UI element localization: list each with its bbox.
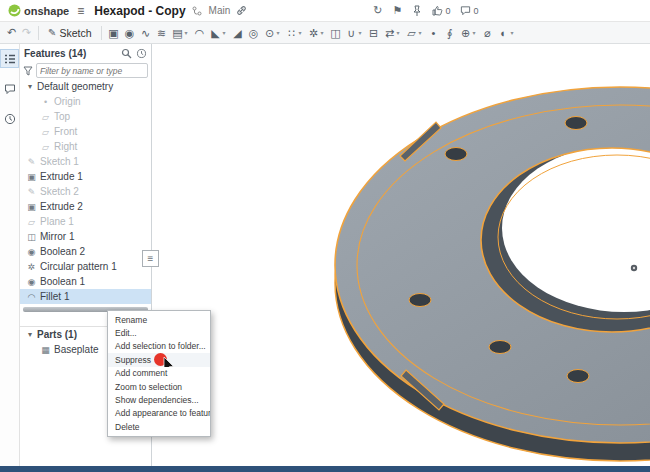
revolve-button[interactable]: ◉ [123,23,137,43]
menu-item-add-comment[interactable]: Add comment [108,367,210,380]
feature-item-boolean-1[interactable]: ◉ Boolean 1 [20,274,151,289]
tree-item-top-plane[interactable]: ▱ Top [20,109,151,124]
measure-icon: ⌀ [481,23,495,43]
bolt-hole[interactable] [445,148,467,161]
sync-button[interactable]: ↻ [373,4,382,17]
plane-button[interactable]: ▱▾ [405,23,425,43]
document-topbar: onshape ≡ Hexapod - Copy Main ↻ ⚑ [0,0,650,22]
mate-connector-button[interactable]: ⊕▾ [459,23,479,43]
hole-button[interactable]: ⊙▾ [263,23,283,43]
plane-dropdown-icon[interactable]: ▾ [419,29,425,36]
refresh-icon: ↻ [373,4,382,17]
menu-item-edit[interactable]: Edit... [108,326,210,339]
tree-item-front-plane[interactable]: ▱ Front [20,124,151,139]
left-icon-strip [0,44,20,466]
toolbar-separator [101,26,102,40]
document-title[interactable]: Hexapod - Copy [94,4,185,18]
feature-item-boolean-2[interactable]: ◉ Boolean 2 [20,244,151,259]
feature-item-extrude-1[interactable]: ▣ Extrude 1 [20,169,151,184]
measure-button[interactable]: ⌀ [481,23,495,43]
appearance-button[interactable]: ◐▾ [497,23,517,43]
linear-pattern-dropdown-icon[interactable]: ▾ [299,29,305,36]
search-icon[interactable] [121,48,132,59]
point-button[interactable]: • [427,23,441,43]
workspace-label[interactable]: Main [209,5,231,16]
draft-button[interactable]: ◢ [231,23,245,43]
feature-item-mirror-1[interactable]: ◫ Mirror 1 [20,229,151,244]
like-button[interactable]: 0 [432,5,450,16]
tree-item-right-plane[interactable]: ▱ Right [20,139,151,154]
3d-viewport[interactable] [152,44,650,466]
extrude-button[interactable]: ▣ [107,23,121,43]
circular-pattern-icon: ✲ [307,23,321,43]
feature-filter-input[interactable] [36,63,148,78]
fillet-icon: ◠ [26,292,37,302]
draft-icon: ◢ [231,23,245,43]
history-panel-button[interactable] [1,110,18,127]
feature-item-sketch-1[interactable]: ✎ Sketch 1 [20,154,151,169]
menu-item-add-appearance-to-feature[interactable]: Add appearance to feature... [108,407,210,420]
feature-list-options-button[interactable]: ≡ [142,250,159,267]
bolt-hole[interactable] [567,370,589,383]
chevron-down-icon[interactable]: ▾ [26,330,34,339]
onshape-logo[interactable]: onshape [8,4,69,17]
chevron-down-icon[interactable]: ▾ [26,82,34,91]
comments-button[interactable]: 0 [460,5,478,16]
appearance-dropdown-icon[interactable]: ▾ [511,29,517,36]
feature-item-fillet-1[interactable]: ◠ Fillet 1 [20,289,151,304]
comments-panel-button[interactable] [1,80,18,97]
boolean-dropdown-icon[interactable]: ▾ [359,29,365,36]
sketch-button[interactable]: ✎ Sketch [44,26,96,40]
bolt-hole[interactable] [565,117,587,130]
sweep-button[interactable]: ∿ [139,23,153,43]
feature-item-circular-pattern-1[interactable]: ✲ Circular pattern 1 [20,259,151,274]
mirror-icon: ◫ [26,232,37,242]
menu-item-delete[interactable]: Delete [108,420,210,433]
menu-item-show-dependencies[interactable]: Show dependencies... [108,393,210,406]
link-icon[interactable] [236,5,247,16]
menu-item-suppress[interactable]: Suppress [108,353,210,366]
chamfer-button[interactable]: ◣▾ [209,23,229,43]
undo-button[interactable]: ↶ [5,26,18,39]
redo-button[interactable]: ↷ [20,26,33,39]
helix-button[interactable]: ∮ [443,23,457,43]
circular-pattern-button[interactable]: ✲▾ [307,23,327,43]
pin-button[interactable] [412,5,422,17]
boolean-button[interactable]: ∪▾ [345,23,365,43]
transform-button[interactable]: ⇄▾ [383,23,403,43]
menu-item-add-selection-to-folder[interactable]: Add selection to folder... [108,340,210,353]
bolt-hole[interactable] [489,341,511,354]
history-clock-icon[interactable] [136,48,147,59]
menu-item-zoom-to-selection[interactable]: Zoom to selection [108,380,210,393]
thicken-button[interactable]: ▤▾ [171,23,191,43]
mate-connector-dropdown-icon[interactable]: ▾ [473,29,479,36]
fillet-button[interactable]: ◠ [193,23,207,43]
baseplate-part[interactable] [152,44,650,466]
features-panel-header: Features (14) [20,44,151,62]
document-menu-icon[interactable]: ≡ [77,4,84,18]
tree-item-origin[interactable]: • Origin [20,94,151,109]
feature-item-sketch-2[interactable]: ✎ Sketch 2 [20,184,151,199]
menu-item-rename[interactable]: Rename [108,313,210,326]
chamfer-dropdown-icon[interactable]: ▾ [223,29,229,36]
mate-connector-marker[interactable] [631,265,637,271]
thicken-dropdown-icon[interactable]: ▾ [185,29,191,36]
onshape-logo-text: onshape [24,5,69,17]
loft-button[interactable]: ≋ [155,23,169,43]
follow-button[interactable]: ⚑ [393,4,403,17]
bolt-hole[interactable] [409,294,431,307]
feature-item-plane-1[interactable]: ▱ Plane 1 [20,214,151,229]
features-panel-toggle-button[interactable] [1,50,18,67]
feature-item-extrude-2[interactable]: ▣ Extrude 2 [20,199,151,214]
circular-pattern-dropdown-icon[interactable]: ▾ [321,29,327,36]
menu-item-label: Suppress [115,355,151,365]
linear-pattern-button[interactable]: ∷▾ [285,23,305,43]
filter-funnel-icon[interactable] [23,66,33,76]
mirror-button[interactable]: ◫ [329,23,343,43]
tree-item-default-geometry[interactable]: ▾ Default geometry [20,79,151,94]
split-button[interactable]: ⊟ [367,23,381,43]
shell-button[interactable]: ◎ [247,23,261,43]
transform-dropdown-icon[interactable]: ▾ [397,29,403,36]
hole-dropdown-icon[interactable]: ▾ [277,29,283,36]
part-item-label: Baseplate [54,344,98,355]
